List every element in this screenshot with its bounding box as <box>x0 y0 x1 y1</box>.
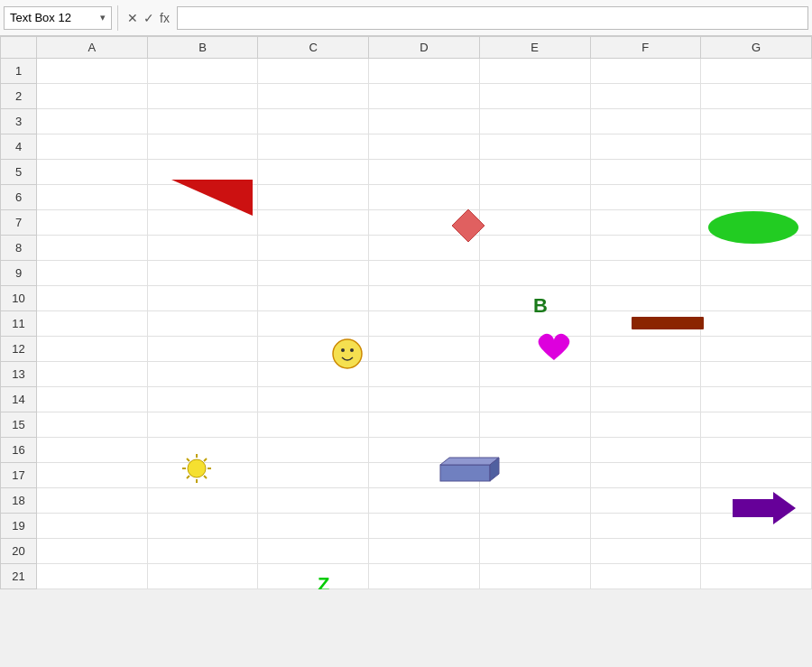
cell-e19[interactable] <box>479 514 590 539</box>
cell-a8[interactable] <box>37 236 148 261</box>
cell-g19[interactable] <box>701 514 812 539</box>
cell-e7[interactable] <box>479 210 590 236</box>
cell-g3[interactable] <box>701 109 812 134</box>
cell-f10[interactable] <box>590 286 701 311</box>
cell-f7[interactable] <box>590 210 701 236</box>
cell-f4[interactable] <box>590 134 701 160</box>
function-icon[interactable]: fx <box>160 11 170 25</box>
cell-b19[interactable] <box>147 514 258 539</box>
cell-e16[interactable] <box>479 438 590 463</box>
row-header-18[interactable]: 18 <box>1 488 37 514</box>
cancel-icon[interactable]: ✕ <box>127 11 138 25</box>
formula-input[interactable] <box>177 6 808 30</box>
cell-b14[interactable] <box>147 387 258 412</box>
cell-b6[interactable] <box>147 185 258 210</box>
cell-e17[interactable] <box>479 463 590 488</box>
cell-c5[interactable] <box>258 160 369 185</box>
cell-a4[interactable] <box>37 134 148 160</box>
row-header-17[interactable]: 17 <box>1 463 37 488</box>
col-header-g[interactable]: G <box>701 37 812 59</box>
cell-b3[interactable] <box>147 109 258 134</box>
cell-f9[interactable] <box>590 261 701 286</box>
cell-b10[interactable] <box>147 286 258 311</box>
cell-e8[interactable] <box>479 236 590 261</box>
cell-d6[interactable] <box>369 185 480 210</box>
cell-g9[interactable] <box>701 261 812 286</box>
cell-b4[interactable] <box>147 134 258 160</box>
cell-a15[interactable] <box>37 412 148 438</box>
cell-e5[interactable] <box>479 160 590 185</box>
cell-c6[interactable] <box>258 185 369 210</box>
name-box[interactable]: Text Box 12 ▾ <box>4 6 112 30</box>
cell-d3[interactable] <box>369 109 480 134</box>
row-header-11[interactable]: 11 <box>1 311 37 337</box>
row-header-13[interactable]: 13 <box>1 362 37 387</box>
cell-d9[interactable] <box>369 261 480 286</box>
col-header-d[interactable]: D <box>369 37 480 59</box>
cell-d21[interactable] <box>369 564 480 589</box>
row-header-20[interactable]: 20 <box>1 539 37 564</box>
cell-g2[interactable] <box>701 84 812 109</box>
cell-d13[interactable] <box>369 362 480 387</box>
cell-d7[interactable] <box>369 210 480 236</box>
cell-d18[interactable] <box>369 488 480 514</box>
col-header-e[interactable]: E <box>479 37 590 59</box>
cell-e4[interactable] <box>479 134 590 160</box>
cell-b18[interactable] <box>147 488 258 514</box>
col-header-b[interactable]: B <box>147 37 258 59</box>
cell-b17[interactable] <box>147 463 258 488</box>
cell-c9[interactable] <box>258 261 369 286</box>
cell-g16[interactable] <box>701 438 812 463</box>
row-header-7[interactable]: 7 <box>1 210 37 236</box>
cell-c16[interactable] <box>258 438 369 463</box>
cell-b21[interactable] <box>147 564 258 589</box>
cell-f21[interactable] <box>590 564 701 589</box>
cell-d14[interactable] <box>369 387 480 412</box>
col-header-c[interactable]: C <box>258 37 369 59</box>
cell-c3[interactable] <box>258 109 369 134</box>
cell-g8[interactable] <box>701 236 812 261</box>
cell-e12[interactable] <box>479 337 590 362</box>
cell-f19[interactable] <box>590 514 701 539</box>
cell-d19[interactable] <box>369 514 480 539</box>
cell-c21[interactable] <box>258 564 369 589</box>
cell-f2[interactable] <box>590 84 701 109</box>
cell-d15[interactable] <box>369 412 480 438</box>
cell-f3[interactable] <box>590 109 701 134</box>
cell-b2[interactable] <box>147 84 258 109</box>
cell-c17[interactable] <box>258 463 369 488</box>
row-header-2[interactable]: 2 <box>1 84 37 109</box>
cell-b8[interactable] <box>147 236 258 261</box>
cell-g17[interactable] <box>701 463 812 488</box>
cell-g12[interactable] <box>701 337 812 362</box>
cell-c19[interactable] <box>258 514 369 539</box>
cell-e20[interactable] <box>479 539 590 564</box>
cell-e11[interactable] <box>479 311 590 337</box>
cell-a18[interactable] <box>37 488 148 514</box>
cell-g13[interactable] <box>701 362 812 387</box>
cell-f5[interactable] <box>590 160 701 185</box>
cell-a1[interactable] <box>37 59 148 84</box>
cell-a9[interactable] <box>37 261 148 286</box>
cell-f13[interactable] <box>590 362 701 387</box>
cell-e21[interactable] <box>479 564 590 589</box>
cell-c14[interactable] <box>258 387 369 412</box>
cell-g1[interactable] <box>701 59 812 84</box>
cell-d8[interactable] <box>369 236 480 261</box>
cell-d1[interactable] <box>369 59 480 84</box>
col-header-a[interactable]: A <box>37 37 148 59</box>
cell-c8[interactable] <box>258 236 369 261</box>
cell-e1[interactable] <box>479 59 590 84</box>
cell-e18[interactable] <box>479 488 590 514</box>
cell-a20[interactable] <box>37 539 148 564</box>
cell-a5[interactable] <box>37 160 148 185</box>
cell-a17[interactable] <box>37 463 148 488</box>
row-header-8[interactable]: 8 <box>1 236 37 261</box>
cell-d17[interactable] <box>369 463 480 488</box>
cell-g18[interactable] <box>701 488 812 514</box>
cell-g15[interactable] <box>701 412 812 438</box>
cell-e6[interactable] <box>479 185 590 210</box>
row-header-15[interactable]: 15 <box>1 412 37 438</box>
row-header-9[interactable]: 9 <box>1 261 37 286</box>
cell-a21[interactable] <box>37 564 148 589</box>
